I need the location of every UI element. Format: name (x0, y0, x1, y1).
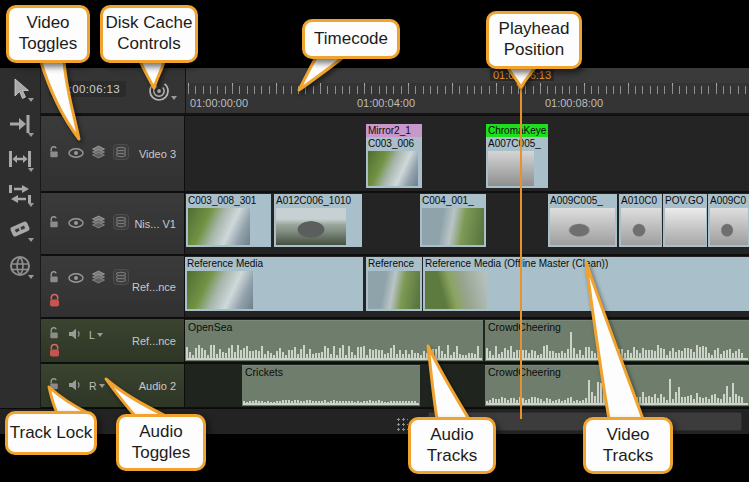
clip-thumbnail (422, 208, 484, 245)
globe-icon[interactable] (5, 251, 35, 281)
clip-mirror2-1[interactable]: Mirror2_1C003_006 (366, 124, 422, 188)
clip-label: A009C005_ (548, 194, 617, 207)
playhead-line[interactable] (520, 84, 522, 418)
callout-video-toggles: Video Toggles (6, 5, 90, 63)
stack-cache-icon[interactable] (113, 269, 129, 289)
track-header-reference-video[interactable]: Ref...nce (41, 256, 184, 317)
clip-reference[interactable]: Reference (366, 257, 422, 311)
red-lock-badge-icon (48, 293, 61, 312)
clip-chromakeye[interactable]: ChromaKeyeA007C005_ (486, 124, 548, 188)
video-monitor-eye-icon[interactable] (68, 215, 84, 233)
ruler-top-bar (186, 68, 749, 83)
ruler-label: 01:00:04:00 (357, 97, 415, 109)
clip-a009c0[interactable]: A009C0 (708, 194, 749, 247)
video-monitor-eye-icon[interactable] (68, 145, 84, 163)
layers-icon[interactable] (91, 270, 106, 288)
clip-thumbnail (368, 271, 420, 309)
track-lock-button[interactable] (48, 145, 61, 163)
track-lane-v1[interactable]: C003_008_301A012C006_1010C004_001_A009C0… (185, 193, 749, 254)
clip-reference-media[interactable]: Reference Media (185, 257, 363, 311)
tracks-area: Video 3 Mirror2_1C003_006ChromaKeyeA007C… (41, 115, 749, 408)
audio-channel-toggle[interactable]: R (89, 380, 105, 392)
layers-icon[interactable] (91, 145, 106, 163)
panel-grip-handle[interactable] (396, 417, 408, 432)
stack-cache-icon[interactable] (113, 214, 129, 234)
track-row-v1: Nis... V1 C003_008_301A012C006_1010C004_… (41, 193, 749, 254)
speaker-icon[interactable] (68, 377, 82, 395)
clip-label: A010C0 (619, 194, 662, 207)
track-name: Audio 2 (139, 380, 176, 392)
track-lane-reference-video[interactable]: Reference MediaReferenceReference Media … (185, 256, 749, 317)
clip-crowdcheering[interactable]: CrowdCheering (485, 365, 749, 406)
clip-thumbnail (188, 208, 250, 245)
clip-pov-go[interactable]: POV.GO (663, 194, 707, 247)
clip-thumbnail (368, 151, 418, 186)
clip-label: Reference Media (185, 257, 363, 270)
clip-effect-tag: ChromaKeye (486, 124, 548, 137)
select-cursor-icon[interactable] (5, 74, 35, 104)
clip-opensea[interactable]: OpenSea (185, 320, 483, 361)
track-lane-video3[interactable]: Mirror2_1C003_006ChromaKeyeA007C005_ (185, 116, 749, 191)
clip-label: Reference Media (Offline Master (Clean)) (423, 257, 749, 270)
track-lock-button[interactable] (48, 270, 61, 288)
clip-label: C003_008_301 (186, 194, 271, 207)
timecode-display[interactable]: 01:00:06:13 (49, 81, 126, 97)
track-lock-button[interactable] (48, 326, 61, 344)
track-name: Nis... V1 (134, 218, 176, 230)
callout-audio-toggles: Audio Toggles (116, 414, 206, 471)
clip-c003-008-301[interactable]: C003_008_301 (186, 194, 271, 247)
track-lock-button[interactable] (48, 215, 61, 233)
track-header-reference-audio[interactable]: L Ref...nce (41, 319, 184, 362)
track-lane-reference-audio[interactable]: OpenSeaCrowdCheering (185, 319, 749, 362)
stack-cache-icon[interactable] (113, 144, 129, 164)
audio-waveform (186, 332, 482, 360)
callout-track-lock: Track Lock (5, 411, 97, 455)
clip-thumbnail (621, 208, 661, 245)
slip-slide-icon[interactable] (5, 179, 35, 209)
clip-c004-001-[interactable]: C004_001_ (420, 194, 486, 247)
clip-reference-media-offline-master-clean-[interactable]: Reference Media (Offline Master (Clean)) (423, 257, 749, 311)
video-monitor-eye-icon[interactable] (68, 270, 84, 288)
speaker-icon[interactable] (68, 326, 82, 344)
clip-thumbnail (187, 271, 253, 309)
clip-a010c0[interactable]: A010C0 (619, 194, 662, 247)
track-row-reference-audio: L Ref...nce OpenSeaCrowdCheering (41, 319, 749, 362)
clip-crickets[interactable]: Crickets (242, 365, 420, 406)
callout-video-tracks: Video Tracks (583, 417, 673, 474)
track-name: Video 3 (139, 148, 176, 160)
timecode-ruler[interactable]: 01:00:06:13 01:00:00:00 01:00:04:00 01:0… (185, 68, 749, 115)
clip-label: A012C006_1010 (274, 194, 362, 207)
clip-crowdcheering[interactable]: CrowdCheering (485, 320, 749, 361)
extend-edit-icon[interactable] (5, 109, 35, 139)
clip-effect-tag: Mirror2_1 (366, 124, 422, 137)
red-lock-badge-icon (48, 343, 61, 362)
razor-icon[interactable] (5, 214, 35, 244)
track-row-video3: Video 3 Mirror2_1C003_006ChromaKeyeA007C… (41, 116, 749, 191)
track-name: Ref...nce (132, 281, 176, 293)
disk-cache-icon[interactable] (147, 79, 171, 103)
clip-label: Reference (366, 257, 422, 270)
clip-label: C003_006 (366, 137, 422, 150)
clip-a009c005-[interactable]: A009C005_ (548, 194, 617, 247)
track-lock-button[interactable] (48, 377, 61, 395)
audio-channel-toggle[interactable]: L (89, 329, 103, 341)
clip-thumbnail (665, 208, 706, 245)
track-header-video3[interactable]: Video 3 (41, 116, 184, 191)
layers-icon[interactable] (91, 215, 106, 233)
clip-thumbnail (488, 151, 534, 186)
clip-label: POV.GO (663, 194, 707, 207)
track-header-audio2[interactable]: R Audio 2 (41, 364, 184, 407)
clip-a012c006-1010[interactable]: A012C006_1010 (274, 194, 362, 247)
playhead-marker[interactable] (516, 84, 526, 91)
clip-thumbnail (550, 208, 615, 245)
clip-label: C004_001_ (420, 194, 486, 207)
track-header-v1[interactable]: Nis... V1 (41, 193, 184, 254)
track-lane-audio2[interactable]: CricketsCrowdCheering (185, 364, 749, 407)
playhead-timecode: 01:00:06:13 (490, 69, 554, 81)
clip-thumbnail (276, 208, 346, 245)
audio-waveform (486, 332, 748, 360)
callout-timecode: Timecode (302, 19, 400, 59)
trim-icon[interactable] (5, 144, 35, 174)
timeline-header: 01:00:06:13 (41, 68, 185, 115)
tool-palette (0, 68, 41, 408)
